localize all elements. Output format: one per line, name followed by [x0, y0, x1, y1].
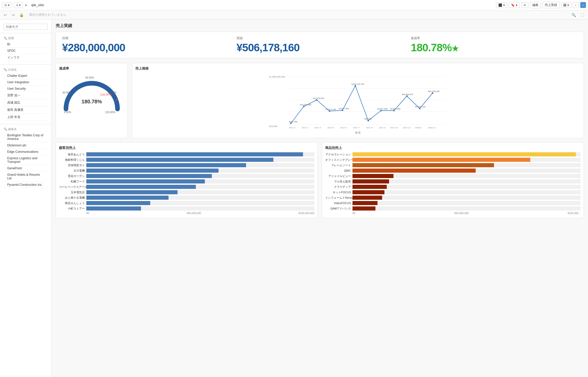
lock-icon[interactable]: 🔒 [18, 12, 25, 18]
line-chart-box: 売上推移 ¥1,000,000,000 ¥10,000 [132, 63, 584, 138]
cust-item-5[interactable]: Grand Hotels & Resorts Ltd [4, 172, 48, 182]
prod-bar-2: フレームソート [325, 163, 581, 167]
bar-label-6: コーヒーハウスアール [59, 185, 85, 189]
redo-icon[interactable]: ↪ [10, 12, 16, 18]
bar-fill-6 [86, 185, 196, 189]
bar-item-5: 札幌フード [59, 179, 314, 183]
line-chart-title: 売上推移 [135, 66, 581, 71]
emp-search-icon: 🔍 [4, 68, 7, 71]
bar-track-0 [86, 152, 314, 156]
svg-text:¥10,037,000: ¥10,037,000 [300, 104, 312, 106]
cust-item-0[interactable]: Burlington Textiles Corp of America [4, 132, 48, 142]
prod-fill-7 [352, 190, 384, 194]
dept-item-sfdc[interactable]: SFDC [4, 48, 48, 54]
dept-label: 🔍 部署 [4, 36, 48, 40]
top-bar-right-group: ⬛▾ 🔖▾ ✏ 編集 売上実績 🖼▾ ‹ › [496, 2, 586, 8]
bar-label-8: みと南ケ丘電機 [59, 196, 85, 200]
prod-track-1 [352, 158, 581, 162]
prod-axis-2: ¥150,000... [568, 212, 581, 215]
bar-label-7: 玉本電気店 [59, 190, 85, 194]
emp-item-3[interactable]: 宮野 洸一 [4, 92, 48, 99]
svg-text:2017-5: 2017-5 [327, 127, 334, 129]
bar-track-5 [86, 179, 314, 183]
second-toolbar: ↩ ↪ 🔒 選択が適用されていません 🔍 ⛶ [0, 10, 588, 20]
prod-fill-6 [352, 185, 387, 189]
emp-item-0[interactable]: Chatter Expert [4, 73, 48, 79]
forward-button[interactable]: › [580, 2, 586, 8]
gauge-svg: 0.00% 30.00% 60.00% 90.00% 120.00% 180.7… [61, 73, 123, 114]
prod-fill-10 [352, 206, 375, 211]
svg-text:¥412,250: ¥412,250 [289, 121, 298, 123]
emp-item-5[interactable]: 坂田 真優美 [4, 106, 48, 114]
product-chart-box: 商品別売上 アクセラレーション オフィスインテグレーシ.. [322, 142, 584, 218]
menu-dropdown-icon: ▾ [19, 3, 21, 7]
cust-item-1[interactable]: Dickenson plc [4, 142, 48, 149]
prod-fill-8 [352, 196, 382, 200]
svg-text:2017-9: 2017-9 [379, 127, 385, 129]
bookmark-button[interactable]: 🔖▾ [509, 2, 520, 8]
app-name-icon: ● [25, 3, 27, 7]
back-button[interactable]: ‹ [573, 2, 578, 8]
cust-item-4[interactable]: GenePoint [4, 165, 48, 172]
prod-label-9: VideoFOCUS [325, 202, 351, 205]
gauge-container: 0.00% 30.00% 60.00% 90.00% 120.00% 180.7… [59, 73, 124, 115]
prod-label-10: QAMアドバンス [325, 207, 351, 211]
cust-search-icon: 🔍 [4, 128, 7, 131]
emp-item-4[interactable]: 高城 国広 [4, 99, 48, 106]
prod-track-2 [352, 163, 581, 167]
bar-track-1 [86, 158, 314, 162]
bar-item-2: 甘味喫茶ダイ [59, 163, 314, 167]
prod-label-5: マル見え販売 [325, 180, 351, 183]
bar-label-2: 甘味喫茶ダイ [59, 163, 85, 167]
bar-fill-10 [86, 206, 141, 211]
search-icon[interactable]: 🔍 [570, 12, 577, 18]
bar-item-9: 商店せんしょう [59, 201, 314, 205]
edit-label: 編集 [532, 3, 539, 7]
customer-axis-labels: ¥0 ¥50,000,000 ¥100,000,000 [86, 212, 314, 215]
bar-label-1: 海鮮料理くじら [59, 158, 85, 162]
cust-item-2[interactable]: Edge Communications [4, 149, 48, 155]
dept-item-bi[interactable]: BI [4, 41, 48, 48]
sales-button[interactable]: 売上実績 [542, 2, 559, 8]
image-button[interactable]: 🖼▾ [561, 2, 571, 8]
prod-fill-5 [352, 179, 389, 183]
prod-fill-0 [352, 152, 576, 156]
svg-text:2018-2: 2018-2 [415, 127, 422, 129]
svg-text:¥5,621,220: ¥5,621,220 [415, 106, 426, 108]
emp-item-2[interactable]: User Security [4, 86, 48, 92]
charts-row-1: 達成率 0.00% 30.00% 60.00% 90.00% [56, 63, 584, 138]
svg-text:¥48,598,875: ¥48,598,875 [401, 93, 413, 96]
menu-button[interactable]: ≡ ▾ [14, 2, 23, 8]
bar-item-0: 食所あんどう [59, 152, 314, 156]
kpi-rate: 達成率 180.78%★ [411, 36, 577, 54]
edit-button[interactable]: 編集 [530, 2, 541, 8]
date-input[interactable] [4, 24, 48, 30]
bar-item-4: 雪花ガーデン [59, 174, 314, 178]
screen-button[interactable]: ⬛▾ [496, 2, 507, 8]
cust-item-3[interactable]: Express Logistics and Transport [4, 155, 48, 165]
bar-label-0: 食所あんどう [59, 153, 85, 156]
prod-axis-0: ¥0 [352, 212, 355, 215]
bar-track-2 [86, 163, 314, 167]
undo-icon[interactable]: ↩ [3, 12, 8, 18]
emp-item-6[interactable]: 上田 年克 [4, 114, 48, 121]
cust-item-6[interactable]: Pyramid Construction Inc. [4, 182, 48, 188]
prod-fill-4 [352, 174, 393, 178]
kpi-star: ★ [452, 44, 458, 53]
dept-item-infra[interactable]: インフラ [4, 54, 48, 61]
bar-item-3: 古川電機 [59, 169, 314, 173]
gauge-chart-box: 達成率 0.00% 30.00% 60.00% 90.00% [56, 63, 128, 138]
bar-fill-0 [86, 152, 303, 156]
kpi-target-value: ¥280,000,000 [62, 41, 229, 54]
emp-item-1[interactable]: User Integration [4, 79, 48, 86]
prod-bar-10: QAMアドバンス [325, 206, 581, 211]
pencil-button[interactable]: ✏ [521, 2, 528, 8]
date-section [0, 22, 51, 31]
second-bar-right: 🔍 ⛶ [570, 12, 585, 18]
page-title: 売上実績 [56, 23, 584, 29]
app-icon-button[interactable]: ⊙ ▾ [2, 2, 12, 8]
fullscreen-icon[interactable]: ⛶ [579, 12, 585, 18]
cust-axis-0: ¥0 [86, 212, 89, 215]
kpi-actual: 実績 ¥506,178,160 [237, 36, 403, 54]
bar-label-10: 小町ストアー [59, 207, 85, 211]
